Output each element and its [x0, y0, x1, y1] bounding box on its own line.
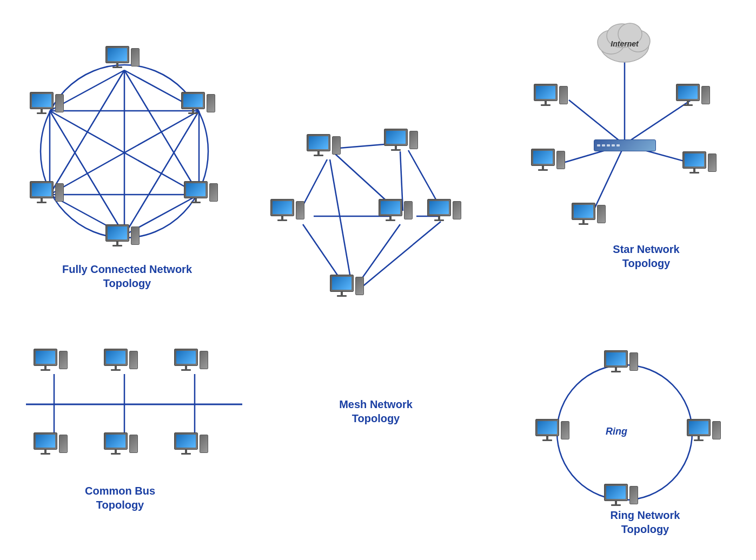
ring-computer-top	[604, 350, 638, 372]
svg-line-7	[124, 111, 199, 235]
svg-line-14	[50, 111, 124, 235]
svg-line-2	[124, 70, 199, 195]
internet-cloud: Internet	[592, 15, 657, 66]
star-switch	[594, 139, 656, 151]
fc-computer-1	[105, 46, 140, 68]
page-container: Fully Connected Network Topology	[0, 0, 756, 560]
ring-label: Ring Network Topology	[591, 508, 699, 536]
ring-computer-bottom	[604, 484, 638, 506]
star-label: Star Network Topology	[592, 242, 700, 270]
mesh-computer-5	[330, 275, 364, 297]
common-bus-label: Common Bus Topology	[66, 484, 174, 512]
mesh-computer-6	[427, 199, 461, 221]
svg-text:Internet: Internet	[611, 39, 639, 48]
svg-line-12	[50, 111, 199, 195]
fc-computer-6	[30, 92, 64, 114]
mesh-label: Mesh Network Topology	[322, 397, 430, 425]
svg-line-26	[361, 222, 441, 288]
svg-line-19	[330, 159, 352, 284]
bus-computer-bot-1	[34, 432, 68, 455]
ring-computer-right	[687, 419, 721, 441]
mesh-computer-4	[379, 199, 413, 221]
star-computer-5	[572, 203, 606, 225]
bus-computer-bot-2	[104, 432, 138, 455]
bus-computer-top-1	[34, 349, 68, 371]
star-computer-4	[682, 151, 717, 174]
fully-connected-label: Fully Connected Network Topology	[57, 262, 197, 290]
bus-computer-top-2	[104, 349, 138, 371]
fc-computer-5	[30, 181, 64, 203]
bus-computer-top-3	[174, 349, 208, 371]
star-computer-3	[531, 149, 565, 171]
svg-line-4	[50, 70, 124, 195]
bus-computer-bot-3	[174, 432, 208, 455]
ring-computer-left	[535, 419, 569, 441]
mesh-computer-2	[384, 129, 418, 151]
star-computer-1	[534, 84, 568, 106]
fc-computer-3	[184, 181, 218, 203]
ring-inner-label: Ring	[606, 426, 627, 437]
svg-line-8	[50, 111, 199, 195]
svg-line-29	[630, 100, 691, 141]
fc-computer-2	[181, 92, 215, 114]
fc-computer-4	[105, 224, 140, 246]
mesh-computer-3	[270, 199, 304, 221]
mesh-computer-1	[307, 134, 341, 156]
svg-line-28	[569, 100, 619, 141]
star-computer-2	[676, 84, 710, 106]
svg-point-0	[41, 65, 208, 238]
